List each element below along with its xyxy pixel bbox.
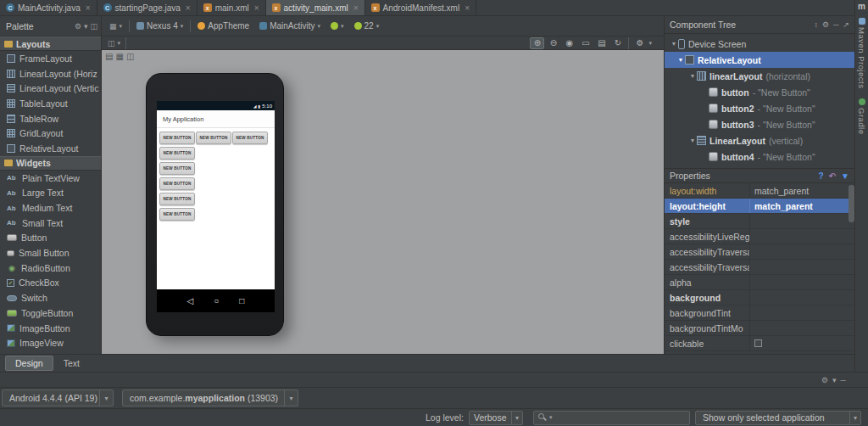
tab-main-xml[interactable]: x main.xml ×	[198, 0, 266, 15]
refresh-icon[interactable]: ↻	[610, 37, 625, 49]
property-row[interactable]: style	[665, 214, 854, 229]
zoom-in-icon[interactable]: ⊕	[530, 37, 544, 49]
log-filter-dropdown[interactable]: Show only selected application ▾	[695, 411, 861, 425]
tree-node-relativelayout[interactable]: ▼ RelativeLayout	[665, 52, 854, 68]
property-row[interactable]: clickable	[665, 336, 854, 351]
gear-icon[interactable]: ⚙	[822, 20, 829, 29]
chevron-down-icon[interactable]: ▾	[648, 40, 652, 47]
property-value[interactable]: match_parent	[749, 199, 854, 213]
device-screen[interactable]: ◢ ▮ 5:10 My Application NEW BUTTON NEW B…	[157, 101, 275, 289]
preview-button[interactable]: NEW BUTTON	[159, 208, 195, 221]
palette-item-radiobutton[interactable]: ◉ RadioButton	[0, 261, 101, 276]
palette-item-linearlayout-vertical[interactable]: LinearLayout (Vertic	[0, 81, 101, 96]
chevron-down-icon[interactable]: ▾	[84, 22, 88, 31]
gear-icon[interactable]: ⚙	[632, 37, 647, 49]
property-row[interactable]: alpha	[665, 275, 854, 290]
property-row[interactable]: accessibilityTraversa	[665, 260, 854, 275]
process-dropdown[interactable]: com.example.myapplication (13903) ▾	[122, 390, 298, 406]
tab-activity-main-xml[interactable]: x activity_main.xml ×	[266, 0, 365, 15]
tab-text[interactable]: Text	[53, 356, 90, 371]
panel-icon[interactable]: ◫	[90, 22, 97, 31]
property-value[interactable]: match_parent	[749, 183, 854, 198]
palette-item-imagebutton[interactable]: ImageButton	[0, 321, 101, 336]
palette-item-medium-text[interactable]: Ab Medium Text	[0, 200, 101, 216]
close-icon[interactable]: ×	[465, 3, 470, 13]
expand-icon[interactable]: ▼	[688, 137, 697, 143]
tab-design[interactable]: Design	[5, 356, 53, 371]
close-icon[interactable]: ×	[353, 3, 359, 13]
property-value[interactable]	[749, 214, 854, 228]
checkbox[interactable]	[754, 339, 762, 347]
hide-panel-icon[interactable]: ─	[841, 376, 846, 384]
close-icon[interactable]: ×	[254, 3, 259, 13]
device-dropdown[interactable]: Android 4.4.4 (API 19) ▾	[2, 390, 114, 406]
design-canvas[interactable]: ▤ ▦ ◫ ◢ ▮ 5:10 My Application NEW BUTTON…	[102, 50, 664, 354]
preview-button[interactable]: NEW BUTTON	[159, 147, 195, 160]
preview-button[interactable]: NEW BUTTON	[232, 132, 268, 144]
palette-item-large-text[interactable]: Ab Large Text	[0, 186, 101, 201]
palette-section-layouts[interactable]: Layouts	[0, 36, 101, 51]
expand-icon[interactable]: ▼	[688, 73, 697, 79]
api-selector[interactable]: 22 ▾	[349, 16, 385, 36]
tab-androidmanifest-xml[interactable]: x AndroidManifest.xml ×	[365, 0, 476, 15]
nav-back-icon[interactable]: ◁	[187, 296, 194, 305]
zoom-fit-icon[interactable]: ▭	[578, 37, 593, 49]
property-row[interactable]: layout:width match_parent	[665, 183, 854, 199]
palette-section-widgets[interactable]: Widgets	[0, 156, 101, 171]
preview-icon[interactable]: ▤	[594, 37, 609, 49]
property-value[interactable]	[749, 260, 854, 274]
log-search-input[interactable]: ▾	[533, 411, 690, 425]
tree-node-linearlayout-horizontal[interactable]: ▼ linearLayout (horizontal)	[665, 68, 854, 84]
property-value[interactable]	[749, 229, 854, 244]
close-icon[interactable]: ×	[186, 3, 191, 13]
expand-icon[interactable]: ▼	[670, 41, 678, 47]
tree-node-button2[interactable]: button2 - "New Button"	[665, 100, 854, 116]
property-row-selected[interactable]: layout:height match_parent	[665, 199, 854, 214]
preview-button[interactable]: NEW BUTTON	[159, 162, 195, 175]
property-value[interactable]	[749, 336, 854, 350]
chevron-down-icon[interactable]: ▾	[832, 376, 837, 384]
palette-item-switch[interactable]: Switch	[0, 290, 101, 305]
gear-icon[interactable]: ⚙	[75, 22, 81, 31]
theme-selector[interactable]: AppTheme	[192, 16, 254, 36]
properties-scrollbar[interactable]	[849, 185, 854, 222]
filter-icon[interactable]: ▼	[841, 171, 849, 181]
activity-selector[interactable]: MainActivity ▾	[254, 16, 326, 36]
device-mockup[interactable]: ◢ ▮ 5:10 My Application NEW BUTTON NEW B…	[146, 73, 284, 336]
palette-item-small-text[interactable]: Ab Small Text	[0, 216, 101, 231]
palette-item-tablerow[interactable]: TableRow	[0, 111, 101, 126]
gear-icon[interactable]: ⚙	[821, 376, 828, 384]
palette-item-imageview[interactable]: ImageView	[0, 335, 101, 350]
sort-icon[interactable]: ↕	[814, 20, 818, 29]
nav-home-icon[interactable]: ○	[214, 296, 219, 305]
tree-node-button3[interactable]: button3 - "New Button"	[665, 116, 854, 132]
palette-item-plain-textview[interactable]: Ab Plain TextView	[0, 171, 101, 186]
property-row[interactable]: backgroundTintMo	[665, 321, 854, 336]
palette-item-togglebutton[interactable]: ToggleButton	[0, 305, 101, 321]
property-value[interactable]	[749, 244, 854, 259]
property-value[interactable]	[749, 275, 854, 289]
palette-item-small-button[interactable]: Small Button	[0, 245, 101, 261]
grid-icon[interactable]: ▦	[115, 52, 123, 61]
palette-item-gridlayout[interactable]: GridLayout	[0, 126, 101, 141]
preview-button[interactable]: NEW BUTTON	[159, 193, 195, 205]
palette-item-linearlayout-horizontal[interactable]: LinearLayout (Horiz	[0, 66, 101, 81]
rows-icon[interactable]: ▤	[105, 52, 113, 61]
tab-mainactivity-java[interactable]: C MainActivity.java ×	[0, 0, 97, 15]
zoom-actual-icon[interactable]: ◉	[562, 37, 576, 49]
zoom-out-icon[interactable]: ⊖	[546, 37, 560, 49]
undo-icon[interactable]: ↶	[829, 171, 836, 181]
preview-button[interactable]: NEW BUTTON	[196, 132, 231, 144]
tab-startingpage-java[interactable]: C startingPage.java ×	[97, 0, 198, 15]
preview-button[interactable]: NEW BUTTON	[159, 132, 195, 144]
preview-button[interactable]: NEW BUTTON	[159, 177, 195, 190]
palette-item-framelayout[interactable]: FrameLayout	[0, 51, 101, 66]
tool-button-gradle[interactable]: Gradle	[857, 108, 866, 135]
device-selector[interactable]: Nexus 4 ▾	[131, 16, 188, 36]
property-value[interactable]	[749, 290, 854, 305]
property-row[interactable]: backgroundTint	[665, 305, 854, 321]
palette-item-tablelayout[interactable]: TableLayout	[0, 96, 101, 111]
close-icon[interactable]: ×	[86, 3, 91, 13]
tool-button-maven-projects[interactable]: Maven Projects	[857, 27, 866, 88]
locale-selector[interactable]: ▾	[326, 16, 349, 36]
